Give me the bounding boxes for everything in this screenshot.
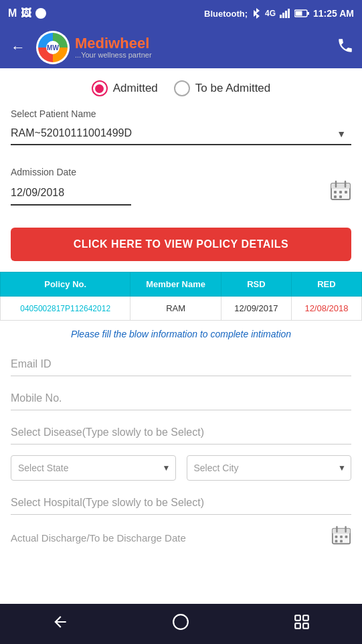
svg-rect-17	[333, 529, 350, 534]
hospital-wrapper	[0, 486, 362, 517]
cell-policy-no: 0405002817P112642012	[1, 297, 130, 321]
svg-rect-21	[340, 536, 343, 538]
admitted-radio-dot	[95, 84, 104, 93]
gmail-icon: M	[8, 7, 17, 19]
email-input[interactable]	[11, 350, 351, 376]
phone-button[interactable]	[337, 37, 354, 58]
col-policy-no: Policy No.	[1, 272, 130, 297]
calendar-icon[interactable]	[330, 180, 351, 206]
svg-point-25	[174, 615, 189, 629]
hospital-input[interactable]	[11, 489, 351, 515]
recents-nav-button[interactable]	[280, 608, 324, 641]
mobile-input[interactable]	[11, 384, 351, 410]
patient-name-wrapper: RAM~52010111001499D	[11, 122, 351, 145]
email-wrapper	[0, 347, 362, 379]
discharge-calendar-icon[interactable]	[331, 526, 351, 550]
table-row: 0405002817P112642012 RAM 12/09/2017 12/0…	[1, 297, 362, 321]
app-bar: ← MW Mediwheel ...Your wellness partner	[0, 27, 362, 68]
info-message: Please fill the blow information to comp…	[0, 321, 362, 347]
brand-tagline: ...Your wellness partner	[75, 51, 152, 59]
admitted-option[interactable]: Admitted	[92, 80, 158, 96]
back-nav-button[interactable]	[38, 608, 82, 641]
to-be-admitted-option[interactable]: To be Admitted	[174, 80, 270, 96]
circle-icon	[35, 8, 46, 19]
battery-icon	[294, 9, 309, 17]
cell-member-name: RAM	[130, 297, 221, 321]
admission-date-section: Admission Date	[0, 161, 362, 222]
svg-rect-12	[339, 191, 342, 193]
patient-name-select[interactable]: RAM~52010111001499D	[11, 122, 351, 145]
patient-name-section: Select Patient Name RAM~52010111001499D	[0, 103, 362, 161]
svg-rect-2	[285, 11, 287, 18]
svg-rect-24	[340, 540, 343, 543]
logo-center-text: MW	[46, 41, 60, 54]
svg-rect-26	[295, 615, 300, 621]
state-select-wrapper: Select State	[11, 455, 176, 481]
discharge-date-label: Actual Discharge/To be Discharge Date	[11, 532, 323, 544]
svg-rect-0	[280, 15, 282, 18]
svg-rect-13	[345, 191, 347, 193]
svg-rect-20	[335, 536, 338, 538]
status-bar: M 🖼 Bluetooth; 4G 11:25 AM	[0, 0, 362, 27]
radio-row: Admitted To be Admitted	[0, 68, 362, 103]
bluetooth-icon: Bluetooth;	[204, 9, 248, 19]
to-be-admitted-radio[interactable]	[174, 80, 190, 96]
logo-circle: MW	[36, 31, 70, 64]
cell-red: 12/08/2018	[291, 297, 361, 321]
svg-rect-27	[303, 615, 308, 621]
signal-icon	[280, 9, 290, 18]
admission-date-label: Admission Date	[11, 167, 351, 177]
status-right-icons: Bluetooth; 4G 11:25 AM	[204, 8, 354, 19]
home-nav-button[interactable]	[159, 608, 203, 641]
city-select[interactable]: Select City	[187, 455, 352, 481]
time-display: 11:25 AM	[313, 8, 354, 19]
table-body: 0405002817P112642012 RAM 12/09/2017 12/0…	[1, 297, 362, 321]
patient-name-label: Select Patient Name	[11, 108, 351, 119]
cell-rsd: 12/09/2017	[221, 297, 291, 321]
logo-container: MW Mediwheel ...Your wellness partner	[36, 31, 152, 64]
brand-text: Mediwheel ...Your wellness partner	[75, 36, 152, 59]
to-be-admitted-label: To be Admitted	[195, 82, 270, 95]
bottom-nav	[0, 604, 362, 644]
disease-wrapper	[0, 416, 362, 447]
table-header-row: Policy No. Member Name RSD RED	[1, 272, 362, 297]
svg-rect-22	[345, 536, 348, 538]
svg-rect-14	[334, 195, 337, 198]
city-select-wrapper: Select City	[187, 455, 352, 481]
col-member-name: Member Name	[130, 272, 221, 297]
svg-rect-6	[296, 11, 302, 16]
admitted-radio[interactable]	[92, 80, 108, 96]
svg-rect-5	[307, 12, 309, 15]
col-rsd: RSD	[221, 272, 291, 297]
brand-name: Mediwheel	[75, 36, 152, 51]
svg-rect-1	[282, 13, 284, 18]
main-content: Admitted To be Admitted Select Patient N…	[0, 68, 362, 604]
admission-date-input[interactable]	[11, 181, 131, 206]
date-row	[11, 180, 351, 206]
svg-rect-23	[335, 540, 338, 543]
disease-input[interactable]	[11, 418, 351, 445]
state-city-row: Select State Select City	[0, 450, 362, 486]
admitted-label: Admitted	[113, 82, 158, 95]
mobile-wrapper	[0, 382, 362, 413]
svg-rect-3	[288, 9, 290, 18]
table-header: Policy No. Member Name RSD RED	[1, 272, 362, 297]
svg-rect-8	[331, 183, 350, 189]
status-left-icons: M 🖼	[8, 7, 46, 19]
back-button[interactable]: ←	[8, 36, 28, 59]
svg-rect-15	[339, 195, 342, 198]
4g-icon: 4G	[265, 9, 276, 18]
bluetooth-icon	[252, 8, 261, 19]
state-select[interactable]: Select State	[11, 455, 176, 481]
svg-rect-28	[295, 623, 300, 629]
svg-rect-29	[303, 623, 308, 629]
image-icon: 🖼	[21, 7, 31, 19]
col-red: RED	[291, 272, 361, 297]
logo-inner: MW	[38, 33, 68, 62]
policy-table: Policy No. Member Name RSD RED 040500281…	[0, 272, 362, 321]
discharge-date-row: Actual Discharge/To be Discharge Date	[0, 520, 362, 555]
svg-rect-11	[334, 191, 337, 193]
policy-details-button[interactable]: CLICK HERE TO VIEW POLICY DETAILS	[11, 228, 351, 261]
